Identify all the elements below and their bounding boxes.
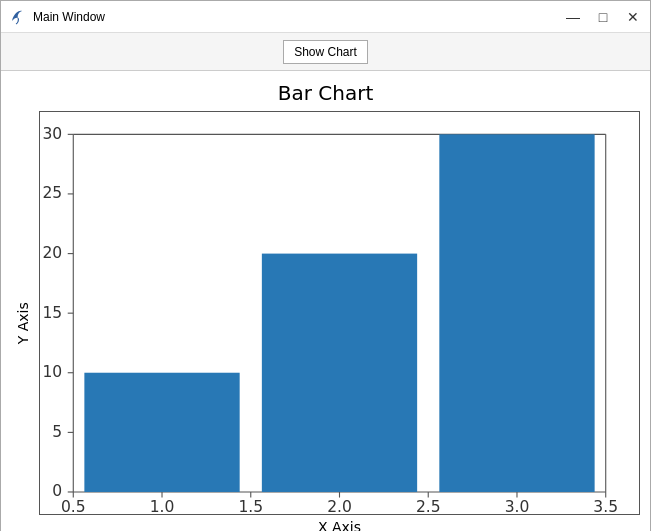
x-axis-label: X Axis bbox=[39, 519, 640, 531]
toolbar: Show Chart bbox=[1, 33, 650, 71]
bar-2 bbox=[262, 254, 417, 492]
svg-text:3.0: 3.0 bbox=[505, 498, 530, 516]
chart-area: Bar Chart Y Axis bbox=[1, 71, 650, 531]
svg-text:20: 20 bbox=[42, 244, 62, 262]
app-icon bbox=[9, 8, 27, 26]
window-controls: — □ ✕ bbox=[564, 8, 642, 26]
window-title: Main Window bbox=[33, 10, 564, 24]
svg-text:2.5: 2.5 bbox=[416, 498, 441, 516]
y-axis-label: Y Axis bbox=[11, 111, 35, 531]
title-bar: Main Window — □ ✕ bbox=[1, 1, 650, 33]
bar-1 bbox=[84, 373, 239, 492]
main-window: Main Window — □ ✕ Show Chart Bar Chart Y… bbox=[0, 0, 651, 531]
svg-text:0.5: 0.5 bbox=[61, 498, 86, 516]
svg-text:15: 15 bbox=[42, 304, 62, 322]
chart-inner: 0 5 10 15 20 25 30 bbox=[39, 111, 640, 531]
chart-svg: 0 5 10 15 20 25 30 bbox=[40, 112, 639, 514]
close-button[interactable]: ✕ bbox=[624, 8, 642, 26]
svg-text:25: 25 bbox=[42, 184, 62, 202]
svg-text:30: 30 bbox=[42, 125, 62, 143]
svg-text:3.5: 3.5 bbox=[593, 498, 618, 516]
chart-title: Bar Chart bbox=[278, 81, 374, 105]
svg-text:1.5: 1.5 bbox=[238, 498, 263, 516]
minimize-button[interactable]: — bbox=[564, 8, 582, 26]
svg-text:5: 5 bbox=[52, 423, 62, 441]
chart-container: Y Axis bbox=[11, 111, 640, 531]
svg-text:2.0: 2.0 bbox=[327, 498, 352, 516]
maximize-button[interactable]: □ bbox=[594, 8, 612, 26]
plot-area: 0 5 10 15 20 25 30 bbox=[39, 111, 640, 515]
svg-text:10: 10 bbox=[42, 363, 62, 381]
svg-text:1.0: 1.0 bbox=[150, 498, 175, 516]
show-chart-button[interactable]: Show Chart bbox=[283, 40, 368, 64]
plot-area-wrapper: 0 5 10 15 20 25 30 bbox=[39, 111, 640, 515]
bar-3 bbox=[439, 134, 594, 492]
